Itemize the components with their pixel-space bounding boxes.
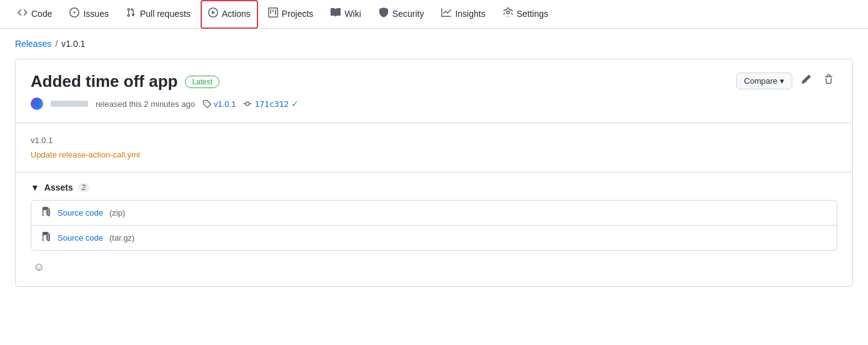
- nav-security-label: Security: [392, 9, 424, 19]
- assets-header-label: Assets: [44, 182, 73, 192]
- assets-triangle-icon: ▼: [31, 182, 39, 192]
- nav-insights-label: Insights: [455, 9, 485, 19]
- code-icon: [17, 8, 27, 19]
- latest-badge: Latest: [185, 76, 219, 88]
- breadcrumb: Releases / v1.0.1: [0, 29, 868, 54]
- release-card: Added time off app Latest 👤 released thi…: [15, 59, 853, 287]
- tag-info: v1.0.1: [202, 99, 236, 109]
- pull-requests-icon: [126, 8, 136, 19]
- issues-icon: [69, 8, 79, 19]
- username-redacted: [51, 101, 88, 107]
- release-version: v1.0.1: [31, 136, 837, 145]
- nav-actions[interactable]: Actions: [201, 0, 258, 29]
- release-body: v1.0.1 Update release-action-call.yml: [16, 123, 852, 172]
- main-content: Added time off app Latest 👤 released thi…: [0, 54, 868, 302]
- commit-hash: 171c312 ✓: [243, 99, 299, 109]
- compare-button[interactable]: Compare ▾: [736, 72, 792, 89]
- release-title: Added time off app: [31, 72, 177, 91]
- source-code-zip-link[interactable]: Source code: [57, 208, 103, 218]
- asset-item-zip: Source code (zip): [31, 201, 837, 226]
- assets-header[interactable]: ▼ Assets 2: [31, 182, 837, 192]
- nav-issues[interactable]: Issues: [62, 0, 116, 29]
- settings-icon: [503, 8, 513, 19]
- release-header: Added time off app Latest 👤 released thi…: [16, 59, 852, 123]
- file-zip-icon: [41, 207, 51, 219]
- nav-code[interactable]: Code: [10, 0, 59, 29]
- assets-section: ▼ Assets 2 Source code (zip) Source code: [16, 172, 852, 286]
- delete-icon: [824, 74, 834, 84]
- nav-projects[interactable]: Projects: [261, 0, 321, 29]
- compare-label: Compare: [744, 76, 777, 86]
- edit-icon: [801, 74, 811, 84]
- nav-settings-label: Settings: [517, 9, 549, 19]
- asset-zip-type: (zip): [109, 208, 125, 218]
- nav-wiki-label: Wiki: [344, 9, 361, 19]
- compare-chevron-icon: ▾: [780, 76, 784, 86]
- tag-icon: [202, 99, 211, 108]
- insights-icon: [441, 8, 451, 19]
- nav-actions-label: Actions: [222, 9, 251, 19]
- nav-wiki[interactable]: Wiki: [323, 0, 368, 29]
- nav-pull-requests[interactable]: Pull requests: [119, 0, 198, 29]
- nav-projects-label: Projects: [282, 9, 314, 19]
- assets-list: Source code (zip) Source code (tar.gz): [31, 200, 837, 251]
- avatar: 👤: [31, 98, 43, 110]
- delete-button[interactable]: [820, 72, 837, 89]
- release-info: Added time off app Latest 👤 released thi…: [31, 72, 299, 110]
- edit-button[interactable]: [797, 72, 815, 89]
- tag-link[interactable]: v1.0.1: [214, 99, 236, 109]
- projects-icon: [268, 8, 278, 19]
- emoji-icon: ☺: [33, 261, 44, 273]
- breadcrumb-current: v1.0.1: [61, 39, 85, 49]
- nav-insights[interactable]: Insights: [434, 0, 492, 29]
- source-code-targz-link[interactable]: Source code: [57, 233, 103, 242]
- release-meta: 👤 released this 2 minutes ago v1.0.1 171…: [31, 98, 299, 110]
- nav-issues-label: Issues: [83, 9, 108, 19]
- username-block: [51, 101, 88, 107]
- commit-icon: [243, 99, 252, 108]
- released-text: released this 2 minutes ago: [96, 99, 195, 109]
- release-actions: Compare ▾: [736, 72, 837, 89]
- nav-settings[interactable]: Settings: [496, 0, 556, 29]
- release-commit-message: Update release-action-call.yml: [31, 150, 837, 159]
- assets-count: 2: [78, 183, 90, 192]
- nav-bar: Code Issues Pull requests Actions Projec…: [0, 0, 868, 29]
- asset-item-targz: Source code (tar.gz): [31, 226, 837, 250]
- asset-targz-type: (tar.gz): [109, 233, 134, 242]
- release-title-row: Added time off app Latest: [31, 72, 299, 91]
- breadcrumb-releases-link[interactable]: Releases: [15, 39, 51, 49]
- wiki-icon: [331, 8, 341, 19]
- nav-pull-requests-label: Pull requests: [140, 9, 191, 19]
- security-icon: [379, 8, 389, 19]
- nav-code-label: Code: [31, 9, 52, 19]
- breadcrumb-separator: /: [55, 39, 57, 49]
- emoji-reaction-button[interactable]: ☺: [31, 258, 47, 276]
- file-targz-icon: [41, 232, 51, 244]
- actions-icon: [208, 8, 218, 19]
- nav-security[interactable]: Security: [371, 0, 432, 29]
- commit-link[interactable]: 171c312: [254, 99, 289, 109]
- check-icon: ✓: [291, 99, 299, 109]
